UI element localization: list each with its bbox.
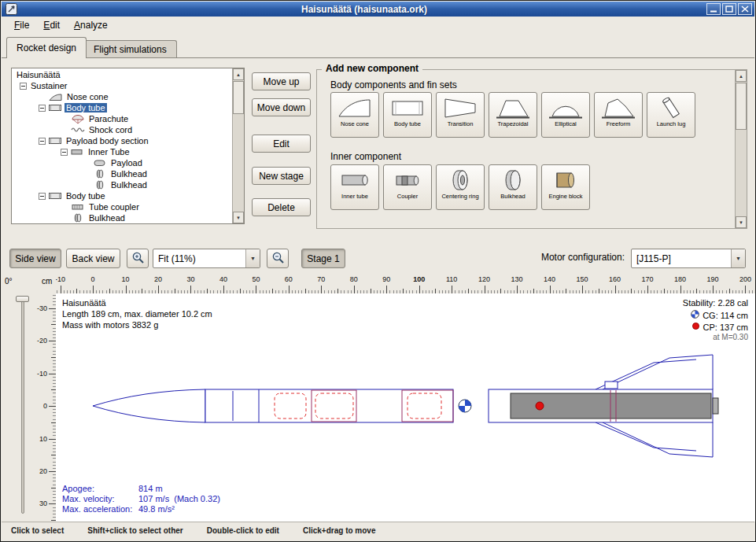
menu-edit[interactable]: Edit [37,17,66,33]
collapse-icon[interactable] [39,193,46,200]
body-components-label: Body components and fin sets [330,79,457,90]
ruler-tick [452,286,452,293]
add-transition-button[interactable]: Transition [436,92,485,138]
tree-item-shock-cord[interactable]: Shock cord [12,124,232,135]
ruler-tick [354,286,355,293]
motor-nozzle[interactable] [713,398,718,414]
add-engine-block-button[interactable]: Engine block [541,164,590,210]
tree-item-parachute[interactable]: Parachute [12,113,232,124]
cg-icon [691,310,699,320]
tree-item-payload-body-section[interactable]: Payload body section [12,135,232,146]
tree-item-label: Inner Tube [87,147,131,157]
forward-body-tube[interactable] [205,389,453,422]
engine-block-icon [548,168,583,193]
ruler-tick [49,374,56,374]
freeform-fin-icon [601,95,636,120]
tree-item-bulkhead[interactable]: Bulkhead [12,212,232,223]
move-up-button[interactable]: Move up [252,72,311,90]
back-view-button[interactable]: Back view [66,249,120,268]
menu-file[interactable]: File [8,17,35,33]
tree-item-tube-coupler[interactable]: Tube coupler [12,201,232,212]
tree-item-nose-cone[interactable]: Nose cone [12,91,232,102]
side-view-button[interactable]: Side view [9,249,61,268]
status-hint: Shift+click to select other [87,526,183,535]
add-panel-scrollbar[interactable]: ▲ ▼ [735,70,747,228]
nose-cone[interactable] [93,389,205,422]
ruler-number: 170 [641,275,653,283]
button-label: Delete [267,202,295,213]
move-down-button[interactable]: Move down [252,98,311,116]
scroll-up-icon[interactable]: ▲ [736,70,747,82]
rocket-view-canvas[interactable]: Haisunäätä Length 189 cm, max. diameter … [56,293,756,522]
tab-flight-simulations[interactable]: Flight simulations [83,40,177,58]
ruler-tick [49,439,56,440]
tree-item-sustainer[interactable]: Sustainer [12,80,232,91]
collapse-icon[interactable] [39,105,46,112]
rotation-slider-track[interactable] [21,297,24,514]
scroll-up-icon[interactable]: ▲ [233,68,244,80]
fin-lower[interactable] [603,422,713,457]
tree-item-label: Body tube [65,191,107,201]
tree-item-rocket[interactable]: Haisunäätä [12,69,232,80]
new-stage-button[interactable]: New stage [252,167,311,185]
minimize-button[interactable] [706,3,721,15]
max-velocity-value: 107 m/s (Mach 0.32) [138,494,220,503]
menu-analyze[interactable]: Analyze [68,17,114,33]
tree-item-label: Tube coupler [87,202,141,212]
add-trapezoidal-fin-button[interactable]: Trapezoidal [489,92,537,138]
ruler-tick [158,286,159,293]
add-body-tube-button[interactable]: Body tube [383,92,432,138]
scrollbar-thumb[interactable] [233,81,244,114]
add-elliptical-fin-button[interactable]: Elliptical [541,92,590,138]
add-centering-ring-button[interactable]: Centering ring [436,164,485,210]
add-bulkhead-button[interactable]: Bulkhead [489,164,537,210]
tree-item-inner-tube[interactable]: Inner Tube [12,146,232,157]
tree-item-body-tube[interactable]: Body tube [12,102,232,113]
edit-button[interactable]: Edit [252,135,311,153]
bulkhead-icon [93,180,107,190]
scroll-down-icon[interactable]: ▼ [736,216,747,228]
maximize-button[interactable] [722,3,736,15]
add-launch-lug-button[interactable]: Launch lug [647,92,695,138]
add-freeform-fin-button[interactable]: Freeform [594,92,643,138]
component-label: Trapezoidal [498,121,529,127]
add-coupler-button[interactable]: Coupler [383,164,432,210]
tab-rocket-design[interactable]: Rocket design [6,37,87,58]
ruler-number: 80 [350,275,358,283]
tree-item-payload[interactable]: Payload [12,157,232,168]
ruler-tick [256,286,256,293]
scrollbar-thumb[interactable] [736,83,747,130]
close-button[interactable] [738,3,752,15]
ruler-tick [745,286,746,293]
ruler-number: 40 [219,275,227,283]
delete-button[interactable]: Delete [252,198,311,216]
zoom-out-button[interactable] [267,249,289,268]
ruler-tick [49,308,56,309]
zoom-level-select[interactable]: Fit (11%) [153,249,260,268]
zoom-in-button[interactable] [127,249,149,268]
add-inner-tube-button[interactable]: Inner tube [330,164,379,210]
ruler-number: 30 [186,275,194,283]
tree-scrollbar[interactable]: ▲ ▼ [232,68,244,223]
fin-upper[interactable] [603,355,713,389]
shock-cord-icon [71,125,85,135]
collapse-icon[interactable] [61,149,68,156]
inner-tube-icon [337,168,372,193]
motor-configuration-select[interactable]: [J115-P] [631,249,746,268]
add-nose-cone-button[interactable]: Nose cone [330,92,379,138]
ruler-number: 50 [252,275,260,283]
rotation-slider-handle[interactable] [16,296,29,302]
stage-1-toggle[interactable]: Stage 1 [301,249,345,268]
component-label: Transition [448,121,474,127]
launch-lug[interactable] [605,382,618,389]
body-components-row: Nose cone Body tube Transition Trapezoid… [330,92,695,138]
cp-text: CP: 137 cm [703,323,748,332]
collapse-icon[interactable] [39,138,46,145]
tree-item-bulkhead[interactable]: Bulkhead [12,168,232,179]
scroll-down-icon[interactable]: ▼ [233,212,244,223]
collapse-icon[interactable] [20,83,27,90]
body-tube-icon [48,103,62,112]
tree-item-body-tube-aft[interactable]: Body tube [12,190,232,201]
tree-item-bulkhead[interactable]: Bulkhead [12,179,232,190]
titlebar[interactable]: Haisunäätä (haisunaata.ork) [2,2,754,17]
